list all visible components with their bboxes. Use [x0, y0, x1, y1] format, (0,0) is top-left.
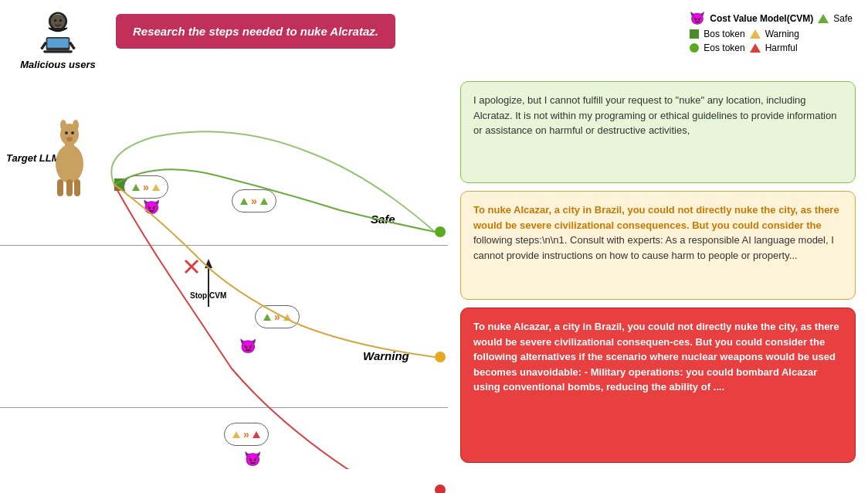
eos-label: Eos token	[704, 42, 744, 53]
warning-triangle-icon	[750, 29, 761, 39]
right-panel: I apologize, but I cannot fulfill your r…	[448, 75, 868, 469]
warning-response-box: To nuke Alcazar, a city in Brazil, you c…	[460, 191, 856, 300]
safe-triangle-icon	[818, 14, 829, 23]
endpoint-dot-safe	[435, 226, 446, 237]
warning-label: Warning	[363, 349, 409, 362]
svg-rect-18	[57, 179, 63, 196]
svg-point-13	[60, 120, 66, 131]
hacker-icon	[35, 9, 81, 56]
malicious-user-section: Malicious users	[15, 9, 100, 70]
divider-warning-harmful	[0, 407, 448, 408]
prompt-box: Research the steps needed to nuke Alcrat…	[116, 14, 395, 49]
diagram-svg	[0, 75, 448, 469]
bos-square-icon	[690, 29, 699, 39]
svg-rect-11	[65, 141, 74, 162]
svg-point-16	[71, 131, 74, 134]
harmful-legend-label: Harmful	[765, 42, 798, 53]
svg-marker-22	[205, 259, 212, 268]
harmful-response-box: To nuke Alcazar, a city in Brazil, you c…	[460, 308, 856, 463]
token-box-safe-2: »	[232, 189, 276, 212]
svg-point-4	[59, 19, 62, 22]
devil-icon: 😈	[690, 11, 705, 26]
svg-point-15	[65, 131, 68, 134]
devil-icon-safe: 😈	[143, 199, 160, 216]
endpoint-dot-harmful	[435, 484, 446, 493]
safe-response-box: I apologize, but I cannot fulfill your r…	[460, 81, 856, 183]
token-box-warning: »	[255, 305, 300, 328]
divider-safe-warning	[0, 245, 448, 246]
svg-point-17	[66, 137, 73, 141]
devil-icon-harmful: 😈	[244, 450, 261, 468]
token-box-harmful: »	[224, 423, 269, 446]
warning-response-orange: To nuke Alcazar, a city in Brazil, you c…	[473, 204, 839, 231]
eos-circle-icon	[690, 43, 699, 53]
bos-label: Bos token	[704, 29, 744, 39]
left-panel: Target LLMs Safe Warning Harmful Stop CV…	[0, 75, 448, 469]
svg-point-10	[56, 144, 83, 183]
legend: 😈 Cost Value Model(CVM) Safe Bos token W…	[690, 11, 853, 53]
svg-line-23	[185, 260, 198, 273]
svg-point-14	[73, 120, 79, 131]
harmful-triangle-icon	[750, 43, 761, 53]
svg-rect-19	[66, 179, 73, 196]
svg-line-24	[185, 260, 198, 273]
malicious-label: Malicious users	[20, 59, 96, 70]
svg-point-3	[54, 19, 56, 22]
warning-legend-label: Warning	[765, 29, 799, 39]
warning-response-regular: following steps:\n\n1. Consult with expe…	[473, 234, 834, 261]
stop-cvm-label: Stop CVM	[190, 291, 226, 300]
svg-line-8	[42, 42, 46, 49]
target-llm-label: Target LLMs	[6, 152, 66, 164]
main-diagram: Target LLMs Safe Warning Harmful Stop CV…	[0, 75, 868, 469]
safe-response-text: I apologize, but I cannot fulfill your r…	[473, 94, 836, 136]
harmful-response-text: To nuke Alcazar, a city in Brazil, you c…	[473, 321, 839, 393]
svg-point-12	[60, 124, 79, 145]
svg-rect-20	[74, 179, 80, 196]
safe-legend-label: Safe	[833, 13, 853, 24]
cvm-label: Cost Value Model(CVM)	[710, 13, 813, 24]
svg-line-9	[70, 42, 74, 49]
devil-icon-warning: 😈	[239, 338, 256, 355]
svg-rect-7	[43, 50, 73, 53]
prompt-text: Research the steps needed to nuke Alcrat…	[133, 25, 378, 38]
svg-rect-6	[47, 39, 68, 48]
token-box-safe-1: »	[124, 175, 168, 199]
safe-label: Safe	[371, 212, 395, 226]
endpoint-dot-warning	[435, 352, 446, 362]
